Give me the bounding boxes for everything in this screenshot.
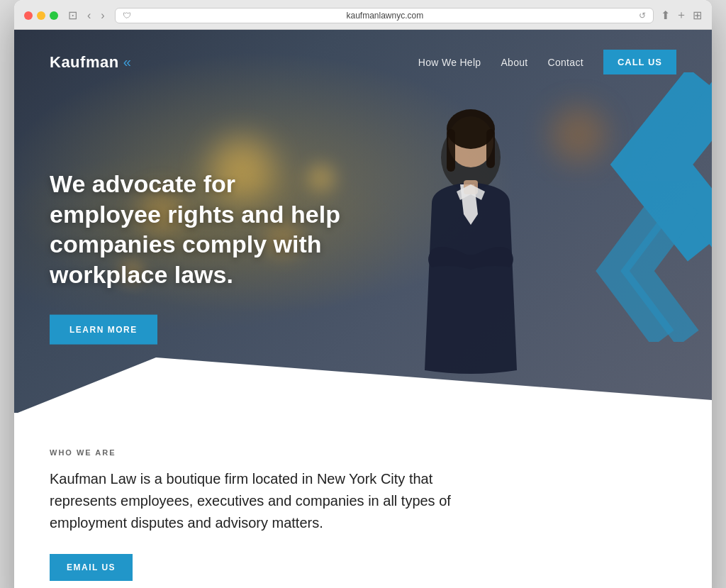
hero-content: We advocate for employee rights and help… (50, 169, 347, 345)
hero-section: Kaufman « How We Help About Contact CALL… (14, 30, 712, 413)
who-we-are-section: WHO WE ARE Kaufman Law is a boutique fir… (14, 413, 712, 588)
main-nav: Kaufman « How We Help About Contact CALL… (14, 30, 712, 94)
hero-headline: We advocate for employee rights and help… (50, 169, 347, 289)
browser-action-buttons: ⬆ ＋ ⊞ (661, 8, 702, 23)
browser-nav-buttons: ⊡ ‹ › (65, 7, 108, 23)
dot-green[interactable] (50, 11, 58, 20)
back-button[interactable]: ‹ (84, 8, 94, 23)
dot-yellow[interactable] (37, 11, 45, 20)
who-body-text: Kaufman Law is a boutique firm located i… (50, 468, 489, 534)
forward-button[interactable]: › (98, 8, 107, 23)
nav-how-we-help[interactable]: How We Help (418, 57, 481, 68)
grid-button[interactable]: ⊞ (693, 9, 702, 22)
share-button[interactable]: ⬆ (661, 9, 670, 22)
url-text: kaufmanlawnyc.com (135, 11, 635, 21)
who-label: WHO WE ARE (50, 448, 676, 457)
logo-text: Kaufman (50, 53, 119, 72)
logo-chevron-icon: « (123, 54, 131, 70)
email-us-button[interactable]: EMAIL US (50, 554, 133, 581)
new-tab-button[interactable]: ＋ (676, 8, 687, 23)
svg-marker-6 (14, 357, 712, 413)
window-toggle-button[interactable]: ⊡ (65, 7, 80, 23)
browser-chrome: ⊡ ‹ › 🛡 kaufmanlawnyc.com ↺ ⬆ ＋ ⊞ (14, 0, 712, 30)
refresh-icon[interactable]: ↺ (639, 11, 646, 21)
security-icon: 🛡 (123, 11, 131, 21)
browser-window: ⊡ ‹ › 🛡 kaufmanlawnyc.com ↺ ⬆ ＋ ⊞ (14, 0, 712, 588)
hero-chevron-decoration (563, 72, 712, 342)
dot-red[interactable] (24, 11, 33, 20)
hero-learn-more-button[interactable]: LEARN MORE (50, 315, 157, 345)
url-bar[interactable]: 🛡 kaufmanlawnyc.com ↺ (115, 8, 654, 23)
svg-rect-4 (486, 129, 495, 168)
browser-dots (24, 11, 58, 20)
logo-link[interactable]: Kaufman « (50, 53, 131, 72)
website-content: Kaufman « How We Help About Contact CALL… (14, 30, 712, 588)
svg-rect-3 (447, 129, 455, 172)
nav-contact[interactable]: Contact (548, 57, 583, 68)
nav-about[interactable]: About (501, 57, 527, 68)
nav-call-us-button[interactable]: CALL US (603, 50, 676, 74)
hero-bottom-slash (14, 357, 712, 413)
nav-links: How We Help About Contact CALL US (418, 50, 676, 74)
